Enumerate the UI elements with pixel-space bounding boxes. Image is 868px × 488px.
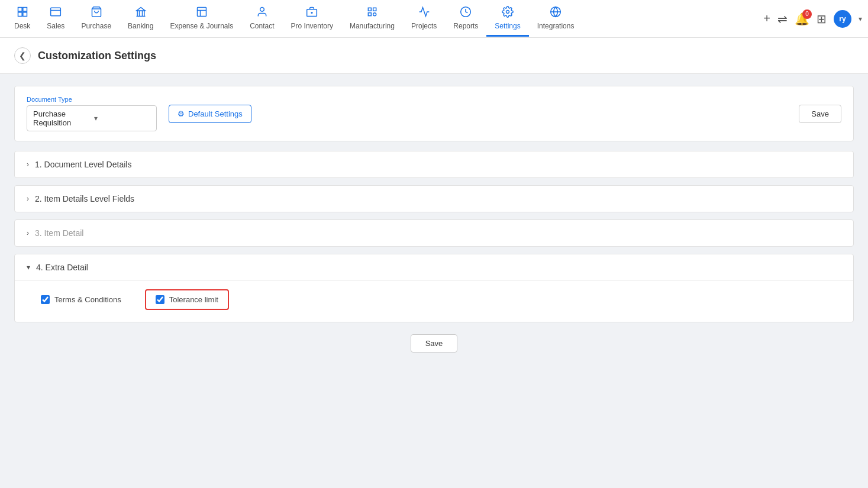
section-extra-detail: ▾ 4. Extra Detail Terms & Conditions Tol… <box>14 254 854 322</box>
nav-item-settings[interactable]: Settings <box>486 1 528 37</box>
default-settings-button[interactable]: ⚙ Default Settings <box>169 105 251 123</box>
document-type-select[interactable]: Purchase Requisition ▾ <box>27 105 157 131</box>
back-button[interactable]: ❮ <box>14 47 31 64</box>
page-title: Customization Settings <box>38 50 156 62</box>
nav-label-expense-journals: Expense & Journals <box>170 22 233 30</box>
svg-point-19 <box>373 12 376 15</box>
section-header-document-level-details[interactable]: › 1. Document Level Details <box>15 151 853 177</box>
nav-item-integrations[interactable]: Integrations <box>529 1 583 37</box>
sections-container: › 1. Document Level Details › 2. Item De… <box>14 151 854 322</box>
section-title-extra-detail: 4. Extra Detail <box>36 263 88 272</box>
contact-icon <box>256 6 268 21</box>
nav-item-purchase[interactable]: Purchase <box>73 1 120 37</box>
document-type-label: Document Type <box>27 96 157 103</box>
section-header-item-details-level-fields[interactable]: › 2. Item Details Level Fields <box>15 186 853 212</box>
grid-icon: ⊞ <box>817 12 827 25</box>
nav-label-projects: Projects <box>411 22 437 30</box>
section-toggle-item-details-level-fields: › <box>27 195 29 203</box>
section-toggle-extra-detail: ▾ <box>27 263 30 272</box>
checkbox-item-tolerance-limit[interactable]: Tolerance limit <box>145 289 229 310</box>
nav-item-desk[interactable]: Desk <box>6 1 38 37</box>
notification-button[interactable]: 🔔 0 <box>795 12 809 26</box>
nav-item-reports[interactable]: Reports <box>445 1 486 37</box>
gear-icon: ⚙ <box>178 109 185 118</box>
save-top-button[interactable]: Save <box>799 105 841 123</box>
nav-right: + ⇌ 🔔 0 ⊞ ry ▾ <box>763 10 862 28</box>
checkbox-label-terms-conditions: Terms & Conditions <box>54 295 121 304</box>
svg-point-12 <box>260 7 264 11</box>
section-document-level-details: › 1. Document Level Details <box>14 151 854 178</box>
nav-label-reports: Reports <box>453 22 478 30</box>
nav-label-purchase: Purchase <box>81 22 111 30</box>
bottom-save-row: Save <box>14 334 854 353</box>
svg-rect-4 <box>51 8 61 15</box>
back-icon: ❮ <box>19 51 26 60</box>
chevron-down-icon: ▾ <box>94 114 150 122</box>
user-dropdown-button[interactable]: ▾ <box>859 15 862 23</box>
section-header-item-detail[interactable]: › 3. Item Detail <box>15 220 853 246</box>
svg-point-21 <box>506 10 509 13</box>
add-button[interactable]: + <box>763 12 770 25</box>
nav-label-sales: Sales <box>47 22 64 30</box>
add-icon: + <box>763 12 770 25</box>
document-type-field: Document Type Purchase Requisition ▾ <box>27 96 157 131</box>
nav-item-manufacturing[interactable]: Manufacturing <box>341 1 403 37</box>
grid-button[interactable]: ⊞ <box>817 12 827 26</box>
nav-item-projects[interactable]: Projects <box>403 1 445 37</box>
nav-item-banking[interactable]: Banking <box>120 1 162 37</box>
nav-label-desk: Desk <box>14 22 30 30</box>
section-item-details-level-fields: › 2. Item Details Level Fields <box>14 185 854 212</box>
section-header-extra-detail[interactable]: ▾ 4. Extra Detail <box>15 254 853 280</box>
checkbox-tolerance-limit[interactable] <box>156 295 164 304</box>
notification-badge: 0 <box>802 9 812 19</box>
section-title-item-details-level-fields: 2. Item Details Level Fields <box>35 194 134 203</box>
settings-icon <box>502 6 514 21</box>
nav-item-pro-inventory[interactable]: Pro Inventory <box>283 1 341 37</box>
banking-icon <box>135 6 147 21</box>
nav-item-expense-journals[interactable]: Expense & Journals <box>162 1 241 37</box>
purchase-icon <box>91 6 102 21</box>
page-header: ❮ Customization Settings <box>0 38 868 74</box>
document-type-value: Purchase Requisition <box>33 109 89 127</box>
svg-rect-0 <box>18 7 22 11</box>
svg-rect-3 <box>23 12 27 16</box>
nav-item-contact[interactable]: Contact <box>241 1 282 37</box>
document-type-row: Document Type Purchase Requisition ▾ ⚙ D… <box>14 86 854 141</box>
nav-items: Desk Sales Purchase Banking Expense & Jo… <box>6 1 763 37</box>
svg-rect-17 <box>373 8 376 11</box>
top-navigation: Desk Sales Purchase Banking Expense & Jo… <box>0 0 868 38</box>
section-title-document-level-details: 1. Document Level Details <box>35 160 131 169</box>
reports-icon <box>460 6 472 21</box>
svg-rect-16 <box>368 8 371 11</box>
section-body-extra-detail: Terms & Conditions Tolerance limit <box>15 280 853 322</box>
nav-label-banking: Banking <box>128 22 153 30</box>
nav-label-pro-inventory: Pro Inventory <box>291 22 333 30</box>
nav-label-integrations: Integrations <box>537 22 575 30</box>
svg-rect-9 <box>197 7 206 16</box>
checkbox-terms-conditions[interactable] <box>41 295 50 304</box>
svg-rect-1 <box>23 7 27 11</box>
nav-item-sales[interactable]: Sales <box>38 1 73 37</box>
manufacturing-icon <box>366 6 378 21</box>
main-content: Document Type Purchase Requisition ▾ ⚙ D… <box>0 74 868 488</box>
section-title-item-detail: 3. Item Detail <box>35 228 83 238</box>
sales-icon <box>50 6 62 21</box>
nav-label-manufacturing: Manufacturing <box>350 22 395 30</box>
svg-rect-2 <box>18 12 22 16</box>
expense-journals-icon <box>196 6 208 21</box>
integrations-icon <box>550 6 562 21</box>
svg-rect-18 <box>368 12 371 15</box>
switch-icon: ⇌ <box>777 12 788 25</box>
nav-label-contact: Contact <box>250 22 274 30</box>
switch-button[interactable]: ⇌ <box>777 12 788 26</box>
desk-icon <box>17 6 28 21</box>
checkbox-item-terms-conditions[interactable]: Terms & Conditions <box>41 295 121 304</box>
user-avatar[interactable]: ry <box>834 10 851 28</box>
nav-label-settings: Settings <box>495 22 520 30</box>
section-toggle-document-level-details: › <box>27 160 29 169</box>
checkbox-row: Terms & Conditions Tolerance limit <box>41 289 841 310</box>
section-item-detail: › 3. Item Detail <box>14 219 854 247</box>
save-bottom-button[interactable]: Save <box>411 334 458 353</box>
projects-icon <box>418 6 430 21</box>
pro-inventory-icon <box>306 6 318 21</box>
